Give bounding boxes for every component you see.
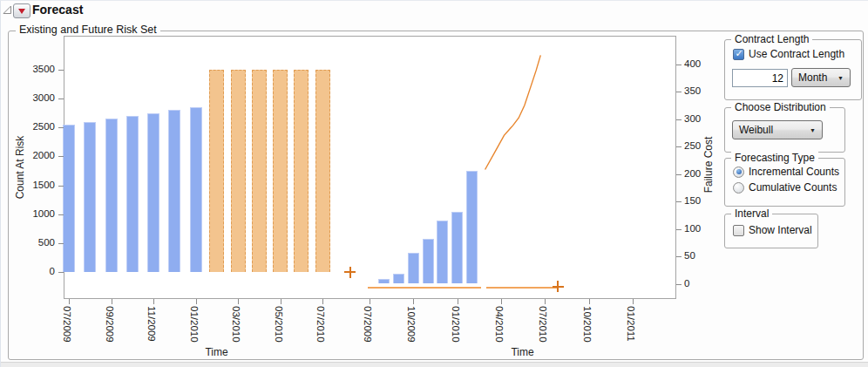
checkbox-icon (733, 225, 744, 236)
future-risk-set-bar[interactable] (273, 70, 288, 272)
forecast-period-handle-line (486, 287, 558, 289)
contract-length-unit-value: Month (798, 71, 827, 84)
incremental-counts-label: Incremental Counts (749, 166, 839, 178)
choose-distribution-group: Choose Distribution Weibull ▼ (724, 107, 845, 153)
existing-risk-set-bar[interactable] (147, 113, 159, 272)
page-title: Forecast (32, 3, 83, 17)
existing-risk-set-bar[interactable] (190, 107, 202, 272)
observed-failure-counts-bar[interactable] (408, 253, 419, 284)
observed-failure-counts-bar[interactable] (423, 239, 434, 284)
failure-cost-axis-title: Failure Cost (702, 112, 715, 217)
failure-cost-plot[interactable] (369, 36, 676, 299)
existing-risk-set-bar[interactable] (126, 116, 139, 272)
contract-length-unit-dropdown[interactable]: Month ▼ (791, 68, 851, 87)
forecast-handle-plus-icon[interactable] (553, 281, 564, 292)
red-triangle-icon (18, 9, 25, 14)
collapse-triangle-icon[interactable] (3, 5, 12, 15)
show-interval-label: Show Interval (749, 224, 812, 236)
interval-group: Interval Show Interval (724, 214, 818, 248)
forecasting-type-group-title: Forecasting Type (731, 152, 818, 164)
future-risk-set-bar[interactable] (252, 70, 267, 272)
use-contract-length-label: Use Contract Length (749, 48, 844, 60)
future-risk-set-bar[interactable] (231, 70, 246, 272)
observed-failure-counts-bar[interactable] (393, 274, 404, 283)
forecasting-type-group: Forecasting Type Incremental Counts Cumu… (724, 158, 845, 207)
cumulative-counts-radio[interactable]: Cumulative Counts (733, 181, 837, 194)
count-at-risk-axis-title: Count At Risk (14, 115, 26, 220)
checkbox-icon (733, 49, 744, 60)
distribution-dropdown[interactable]: Weibull ▼ (732, 120, 823, 139)
distribution-value: Weibull (739, 124, 773, 136)
existing-risk-set-bar[interactable] (105, 119, 118, 272)
future-risk-set-bar[interactable] (315, 70, 330, 272)
choose-distribution-group-title: Choose Distribution (731, 101, 830, 113)
forecast-header: Forecast (1, 1, 868, 24)
observed-failure-counts-bar[interactable] (378, 279, 390, 283)
use-contract-length-checkbox[interactable]: Use Contract Length (733, 48, 844, 60)
radio-icon (733, 182, 744, 194)
observed-failure-counts-bar[interactable] (451, 212, 463, 284)
interval-group-title: Interval (731, 207, 772, 220)
forecast-report-window: Forecast Existing and Future Risk Set 05… (0, 0, 868, 367)
existing-risk-set-bar[interactable] (168, 110, 180, 272)
observed-failure-counts-bar[interactable] (466, 171, 478, 283)
future-risk-set-bar[interactable] (209, 70, 224, 272)
contract-length-group-title: Contract Length (731, 33, 812, 45)
radio-icon (733, 167, 744, 178)
chevron-down-icon: ▼ (837, 75, 844, 81)
incremental-counts-radio[interactable]: Incremental Counts (733, 166, 839, 178)
contract-length-group: Contract Length Use Contract Length Mont… (724, 39, 862, 100)
chevron-down-icon: ▼ (810, 127, 816, 133)
cumulative-counts-label: Cumulative Counts (749, 181, 837, 194)
existing-risk-set-bar[interactable] (84, 122, 96, 272)
forecast-handle-plus-icon[interactable] (344, 267, 356, 278)
show-interval-checkbox[interactable]: Show Interval (733, 224, 812, 236)
count-at-risk-plot[interactable] (64, 36, 370, 299)
window-bottom-edge (1, 362, 868, 367)
future-risk-set-bar[interactable] (294, 70, 309, 272)
forecast-period-handle-line (368, 287, 480, 289)
time-axis-title-right: Time (369, 346, 676, 358)
observed-failure-counts-bar[interactable] (437, 221, 448, 283)
red-triangle-menu-button[interactable] (13, 3, 31, 18)
contract-length-input[interactable] (732, 69, 788, 87)
time-axis-title-left: Time (64, 346, 370, 358)
existing-risk-set-bar[interactable] (63, 125, 75, 272)
risk-set-groupbox-title: Existing and Future Risk Set (16, 24, 160, 36)
